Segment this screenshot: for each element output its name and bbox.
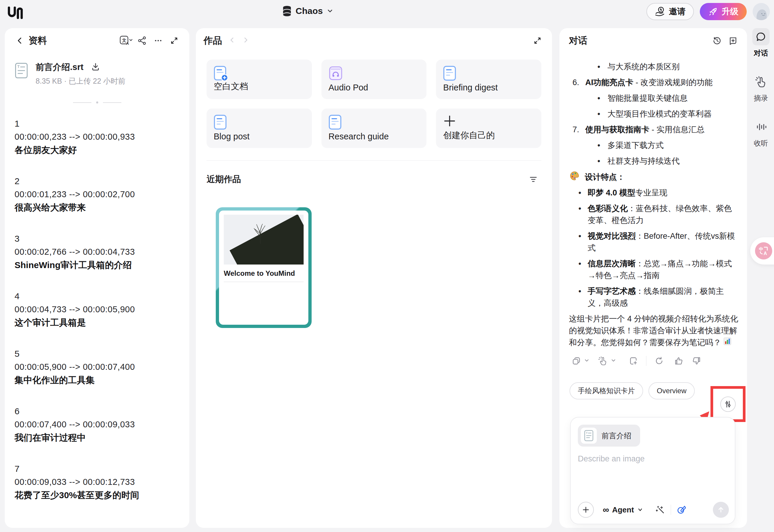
rail-label-listen: 收听 [754, 138, 768, 148]
template-card[interactable]: 创建你自己的 [436, 109, 541, 148]
subtitle-entry: 6 00:00:07,400 --> 00:00:09,033 我们在审计过程中 [15, 405, 180, 445]
assistant-message-list: •与大系统的本质区别6.AI功能亮点卡 - 改变游戏规则的功能•智能批量提取关键… [569, 61, 739, 309]
ellipsis-icon [154, 36, 162, 45]
copy-options-button[interactable] [584, 357, 591, 364]
template-card[interactable]: Audio Pod [321, 60, 427, 99]
works-prev-button[interactable] [229, 36, 236, 45]
send-button[interactable] [713, 502, 729, 518]
add-attachment-button[interactable] [578, 502, 594, 518]
sliders-icon [724, 400, 732, 408]
subtitle-entry: 5 00:00:05,900 --> 00:00:07,400 集中化作业的工具… [15, 347, 180, 387]
enhance-prompt-button[interactable] [654, 503, 667, 517]
message-input[interactable] [578, 454, 728, 490]
snap-finger-icon [755, 76, 767, 88]
invite-button[interactable]: 邀请 [646, 3, 694, 20]
back-button[interactable] [13, 34, 27, 47]
translate-button[interactable]: 文 A [119, 34, 133, 47]
overview-pill-button[interactable]: Overview [649, 382, 695, 399]
download-file-button[interactable] [91, 62, 100, 72]
agent-selector[interactable]: ∞ Agent [603, 505, 644, 515]
document-icon [214, 114, 227, 130]
works-next-button[interactable] [242, 36, 249, 45]
chat-panel: 对话 •与大系统的本质区别6.AI功能亮点卡 - 改变游戏规则的功能•智能批量提… [559, 28, 747, 528]
template-card[interactable]: Briefing digest [436, 60, 541, 99]
subtitle-entry: 2 00:00:01,233 --> 00:00:02,700 很高兴给大家带来 [15, 175, 180, 214]
chat-settings-button[interactable] [720, 396, 736, 412]
filter-icon [529, 176, 537, 183]
assistant-paragraph: 这组卡片把一个 4 分钟的视频介绍转化为系统化的视觉知识体系！非常适合审计从业者… [569, 313, 739, 348]
rail-item-chat[interactable]: 对话 [748, 28, 774, 58]
filter-button[interactable] [526, 173, 540, 186]
add-to-note-icon [629, 356, 638, 365]
materials-header: 资料 文 A [5, 28, 189, 53]
template-card-label: Research guide [329, 132, 389, 141]
more-options-button[interactable] [151, 34, 165, 47]
subtitle-entry: 3 00:00:02,766 --> 00:00:04,733 ShineWin… [15, 232, 180, 272]
template-card[interactable]: 空白文档 [207, 60, 312, 99]
rail-item-listen[interactable]: 收听 [748, 118, 774, 148]
rail-item-snip[interactable]: 摘录 [748, 73, 774, 103]
youmind-logo[interactable] [7, 5, 24, 21]
subtitle-entry: 7 00:00:09,033 --> 00:00:12,733 花费了至少30%… [15, 462, 180, 502]
chat-messages[interactable]: •与大系统的本质区别6.AI功能亮点卡 - 改变游戏规则的功能•智能批量提取关键… [559, 53, 747, 367]
project-switcher[interactable]: Chaos [282, 5, 334, 17]
subtitle-timecode: 00:00:04,733 --> 00:00:05,900 [15, 303, 180, 316]
recent-work-card[interactable]: Welcome to YouMind [216, 207, 312, 328]
chevron-left-icon [16, 37, 24, 44]
translate-floating-button[interactable]: 中 A [750, 237, 774, 265]
upgrade-label: 升级 [722, 6, 738, 17]
user-avatar[interactable] [753, 3, 770, 20]
paintbrush-icon [677, 505, 686, 514]
subtitle-timecode: 00:00:05,900 --> 00:00:07,400 [15, 360, 180, 373]
regenerate-button[interactable] [652, 354, 667, 367]
message-actions [569, 348, 739, 367]
subtitle-index: 6 [15, 405, 180, 418]
database-icon [282, 5, 292, 17]
new-chat-icon [729, 36, 738, 45]
template-card[interactable]: Research guide [321, 109, 427, 148]
speech-bubble-icon [756, 32, 766, 42]
file-info-row: T 前言介绍.srt 8.35 [5, 53, 189, 86]
magic-wand-icon [656, 505, 665, 514]
infinity-icon: ∞ [603, 505, 609, 515]
arrow-up-icon [717, 506, 725, 514]
works-header: 作品 [196, 28, 552, 53]
subtitle-index: 5 [15, 347, 180, 360]
document-icon [329, 114, 342, 130]
expand-icon [170, 36, 178, 45]
agent-label: Agent [612, 505, 634, 515]
chevron-down-icon [584, 357, 590, 363]
subtitle-text: ShineWing审计工具箱的介绍 [15, 258, 180, 272]
style-pill-button[interactable]: 手绘风格知识卡片 [569, 382, 643, 399]
new-chat-button[interactable] [726, 34, 740, 47]
chat-history-button[interactable] [710, 34, 724, 47]
chevron-right-icon [242, 36, 249, 44]
subtitle-entry: 1 00:00:00,233 --> 00:00:00,933 各位朋友大家好 [15, 117, 180, 157]
expand-works-button[interactable] [531, 34, 544, 47]
share-button[interactable] [135, 34, 149, 47]
snip-button[interactable] [595, 354, 611, 367]
works-panel: 作品 [196, 28, 552, 528]
template-card-label: 创建你自己的 [443, 130, 495, 141]
thumbs-down-button[interactable] [689, 354, 704, 367]
expand-panel-button[interactable] [167, 34, 181, 47]
card-divider [224, 282, 304, 282]
thumbs-up-icon [674, 356, 683, 365]
snip-tab-icon-tile [752, 73, 770, 90]
message-block: 7.使用与获取指南卡 - 实用信息汇总 [569, 124, 739, 136]
copy-button[interactable] [569, 354, 584, 367]
template-card[interactable]: Blog post [207, 109, 312, 148]
add-to-note-button[interactable] [626, 354, 641, 367]
annotation-highlight-box [711, 386, 746, 422]
share-icon [138, 36, 146, 45]
message-block: •与大系统的本质区别 [569, 61, 739, 73]
attachment-chip[interactable]: T 前言介绍 [578, 425, 640, 447]
upgrade-button[interactable]: 升级 [700, 3, 747, 20]
message-block: •视觉对比强烈：Before-After、传统vs新模式 [569, 230, 739, 254]
refresh-icon [655, 356, 664, 365]
thumbs-up-button[interactable] [671, 354, 686, 367]
invite-label: 邀请 [669, 6, 686, 17]
svg-text:中: 中 [759, 247, 763, 251]
draw-image-button[interactable] [675, 503, 688, 517]
snip-options-button[interactable] [611, 357, 618, 364]
